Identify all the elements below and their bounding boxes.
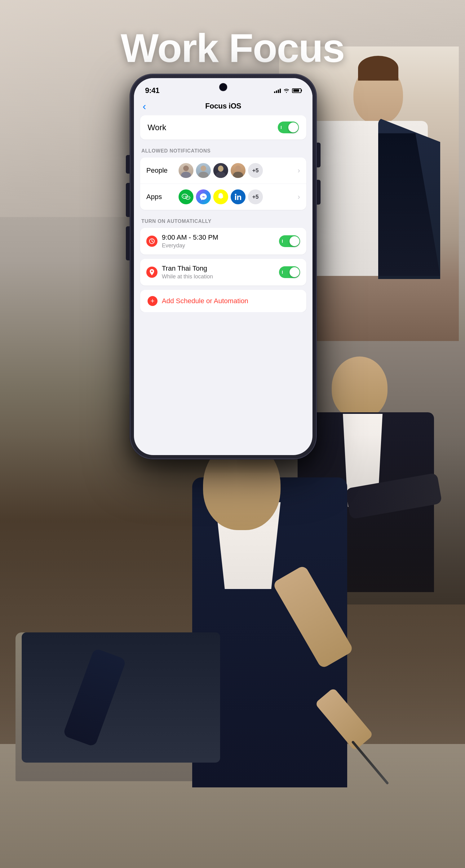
bg-person-bottom [0,434,465,868]
location-toggle[interactable]: I [279,266,300,278]
snapchat-icon [213,189,228,204]
avatar-4 [230,163,246,178]
wechat-icon [179,189,193,204]
people-count-badge: +5 [248,163,263,178]
people-label: People [146,166,174,175]
schedule-toggle[interactable]: I [279,235,300,247]
schedule-days: Everyday [162,242,275,249]
location-toggle-i: I [282,270,283,275]
status-time: 9:41 [145,86,159,95]
battery-icon [292,88,301,93]
nav-title: Focus iOS [205,102,241,111]
work-card: Work I [140,115,306,140]
location-card: Tran Thai Tong While at this location I [140,259,306,285]
camera-notch [220,84,227,91]
page-title: Work Focus [0,25,465,71]
clock-icon [146,236,157,247]
location-subtitle: While at this location [162,273,275,280]
messenger-icon [196,189,211,204]
schedule-toggle-i: I [282,239,283,244]
phone-frame: 9:41 [130,74,316,459]
page-title-container: Work Focus [0,25,465,71]
apps-row[interactable]: Apps [140,184,306,210]
turn-on-auto-header: TURN ON AUTOMATICALLY [140,219,306,224]
allowed-notifications-header: ALLOWED NOTIFICATIONS [140,148,306,154]
toggle-knob [288,122,298,132]
svg-point-4 [187,197,187,198]
svg-point-1 [184,196,184,197]
location-icon [146,267,157,278]
schedule-toggle-knob [289,236,300,246]
toggle-i-label: I [281,125,282,130]
apps-label: Apps [146,193,174,201]
avatar-1 [179,163,193,178]
notifications-card: People [140,157,306,210]
phone-screen: 9:41 [134,78,312,455]
people-row[interactable]: People [140,157,306,184]
status-icons [274,88,301,93]
people-avatars: +5 [179,163,293,178]
schedule-time-text: 9:00 AM - 5:30 PM Everyday [162,234,275,249]
svg-point-7 [235,194,237,195]
svg-rect-6 [235,196,236,200]
back-button[interactable]: ‹ [143,101,146,111]
location-name: Tran Thai Tong [162,265,275,273]
work-label: Work [148,123,166,132]
signal-icon [274,88,281,93]
schedule-time-range: 9:00 AM - 5:30 PM [162,234,275,242]
svg-line-10 [152,241,153,242]
location-toggle-knob [289,267,300,277]
apps-icons: +5 [179,189,293,204]
nav-bar: ‹ Focus iOS [134,97,312,114]
linkedin-icon [230,189,246,204]
add-icon: + [148,296,157,306]
phone-wrapper: 9:41 [130,74,316,459]
content-area: Work I ALLOWED NOTIFICATIONS People [134,115,312,312]
avatar-3 [213,163,228,178]
add-schedule-card[interactable]: + Add Schedule or Automation [140,290,306,312]
svg-point-11 [151,271,153,272]
apps-count-badge: +5 [248,189,263,204]
people-chevron: › [298,166,300,175]
location-text: Tran Thai Tong While at this location [162,265,275,280]
work-toggle[interactable]: I [278,122,299,133]
svg-point-5 [188,197,189,198]
schedule-time-card: 9:00 AM - 5:30 PM Everyday I [140,228,306,254]
apps-chevron: › [298,192,300,201]
wifi-icon [283,88,289,93]
avatar-2 [196,163,211,178]
add-label: Add Schedule or Automation [162,297,248,305]
